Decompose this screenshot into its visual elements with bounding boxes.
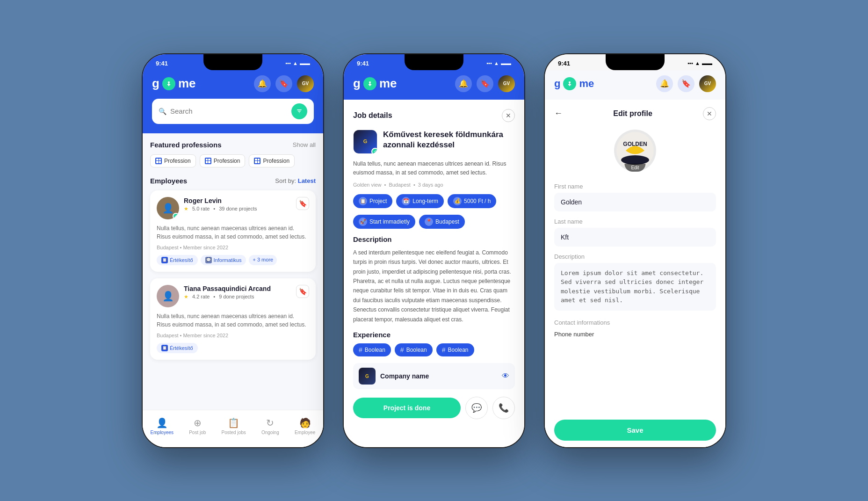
avatar-btn-3[interactable]: GV bbox=[699, 75, 716, 92]
bookmark-btn-2[interactable]: 🔖 bbox=[477, 75, 493, 92]
employee-card-2[interactable]: 👤 Tiana Passaquindici Arcand ★ 4.2 rate … bbox=[150, 278, 316, 360]
phone2-header: g me 🔔 🔖 GV bbox=[344, 71, 524, 100]
logo-icon-2 bbox=[363, 77, 376, 90]
contact-section-title: Contact informations bbox=[554, 319, 716, 326]
profession-chip-2[interactable]: Profession bbox=[200, 154, 246, 167]
svg-rect-3 bbox=[297, 109, 302, 110]
save-button[interactable]: Save bbox=[554, 420, 716, 441]
job-tag-label-project: Project bbox=[369, 198, 387, 204]
modal-sheet: Job details ✕ G ✓ Kőművest keresek földm… bbox=[344, 100, 524, 447]
emp-bookmark-2[interactable]: 🔖 bbox=[296, 285, 309, 298]
logo-2: g me bbox=[353, 76, 397, 91]
experience-heading: Experience bbox=[353, 331, 515, 339]
svg-rect-5 bbox=[299, 112, 300, 113]
job-tag-icon-start: 🚀 bbox=[359, 218, 367, 226]
last-name-input[interactable] bbox=[554, 228, 716, 247]
filter-btn-1[interactable] bbox=[291, 103, 307, 119]
phone-btn[interactable]: 📞 bbox=[492, 397, 515, 419]
search-bar-1: 🔍 bbox=[152, 99, 314, 124]
logo-3: g me bbox=[554, 77, 594, 90]
nav-post-job[interactable]: ⊕ Post job bbox=[189, 417, 206, 435]
job-tag-icon-longterm: 📅 bbox=[402, 197, 410, 205]
edit-page-title: Edit profile bbox=[613, 109, 652, 118]
exp-tag-2: # Boolean bbox=[395, 343, 433, 356]
employees-sort-row: Employees Sort by: Latest bbox=[150, 177, 316, 185]
save-btn-row: Save bbox=[545, 413, 725, 447]
emp-meta-2: Budapest • Member since 2022 bbox=[157, 333, 309, 338]
nav-ongoing[interactable]: ↻ Ongoing bbox=[261, 417, 279, 435]
company-name-bottom: Company name bbox=[380, 372, 429, 380]
profession-chip-3[interactable]: Profession bbox=[249, 154, 295, 167]
description-textarea[interactable] bbox=[554, 263, 716, 311]
close-edit-btn[interactable]: ✕ bbox=[703, 107, 716, 120]
job-full-desc: A sed interdum pellentesque nec eleifend… bbox=[353, 248, 515, 324]
bottom-nav-1: 👤 Employees ⊕ Post job 📋 Posted jobs ↻ O… bbox=[143, 410, 323, 447]
notification-btn-3[interactable]: 🔔 bbox=[656, 75, 673, 92]
first-name-input[interactable] bbox=[554, 193, 716, 211]
header-icons-2: 🔔 🔖 GV bbox=[455, 75, 515, 92]
nav-post-job-label: Post job bbox=[189, 430, 206, 435]
search-input-1[interactable] bbox=[170, 107, 288, 115]
profile-pic-container[interactable]: GOLDEN Edit bbox=[614, 130, 656, 172]
eye-icon[interactable]: 👁 bbox=[502, 372, 509, 380]
avatar-btn-1[interactable]: GV bbox=[297, 75, 314, 92]
nav-posted-jobs-icon: 📋 bbox=[228, 417, 239, 428]
logo-icon-3 bbox=[563, 77, 576, 90]
emp-tag-2-0[interactable]: 📋 Értékesítő bbox=[157, 343, 198, 353]
done-button[interactable]: Project is done bbox=[353, 398, 461, 418]
job-meta-row: Golden view • Budapest • 3 days ago bbox=[353, 182, 515, 188]
job-start-label: Start immadietly bbox=[369, 218, 410, 225]
emp-bookmark-1[interactable]: 🔖 bbox=[296, 197, 309, 210]
nav-posted-jobs[interactable]: 📋 Posted jobs bbox=[222, 417, 246, 435]
modal-title: Job details bbox=[353, 111, 392, 120]
notification-btn-1[interactable]: 🔔 bbox=[254, 75, 271, 92]
job-tag-start: 🚀 Start immadietly bbox=[353, 215, 415, 229]
back-btn[interactable]: ← bbox=[554, 109, 563, 118]
status-time-2: 9:41 bbox=[357, 60, 369, 67]
status-time-1: 9:41 bbox=[156, 60, 168, 67]
profession-chips: Profession Profession Profession bbox=[150, 154, 316, 167]
emp-tag-more-1[interactable]: + 3 more bbox=[249, 255, 277, 265]
sort-value[interactable]: Latest bbox=[298, 177, 316, 184]
hash-icon-1: # bbox=[359, 346, 362, 354]
job-tag-location: 📍 Budapest bbox=[419, 215, 465, 229]
header-icons-3: 🔔 🔖 GV bbox=[656, 75, 716, 92]
emp-desc-2: Nulla tellus, nunc aenean maecenas ultri… bbox=[157, 312, 309, 329]
status-time-3: 9:41 bbox=[558, 60, 570, 67]
nav-employees-label: Employees bbox=[151, 430, 174, 435]
job-location-tags: 🚀 Start immadietly 📍 Budapest bbox=[353, 215, 515, 229]
edit-profile-body: ← Edit profile ✕ GOLDEN Edit bbox=[545, 100, 725, 447]
job-tag-icon-location: 📍 bbox=[425, 218, 433, 226]
emp-rate-1: 5.0 rate bbox=[192, 206, 210, 211]
notch-2 bbox=[405, 54, 463, 70]
job-title: Kőművest keresek földmunkára azonnali ke… bbox=[383, 130, 515, 150]
message-btn[interactable]: 💬 bbox=[465, 397, 488, 419]
emp-avatar-badge-1: ✓ bbox=[173, 213, 179, 219]
phone2-topbar: g me 🔔 🔖 GV bbox=[353, 75, 515, 92]
tag-icon-1-0: 📋 bbox=[161, 257, 168, 263]
nav-employee[interactable]: 🧑 Employee bbox=[295, 417, 315, 435]
nav-employee-label: Employee bbox=[295, 430, 315, 435]
emp-name-1: Roger Levin bbox=[184, 197, 291, 204]
notification-btn-2[interactable]: 🔔 bbox=[455, 75, 472, 92]
description-heading: Description bbox=[353, 235, 515, 243]
show-all-btn[interactable]: Show all bbox=[293, 141, 316, 148]
nav-ongoing-label: Ongoing bbox=[261, 430, 279, 435]
job-short-desc: Nulla tellus, nunc aenean maecenas ultri… bbox=[353, 160, 515, 177]
svg-rect-4 bbox=[298, 111, 301, 112]
company-logo: G ✓ bbox=[353, 130, 377, 154]
emp-tag-1-0[interactable]: 📋 Értékesítő bbox=[157, 255, 198, 265]
bookmark-btn-1[interactable]: 🔖 bbox=[275, 75, 292, 92]
nav-employees[interactable]: 👤 Employees bbox=[151, 417, 174, 435]
header-icons-1: 🔔 🔖 GV bbox=[254, 75, 314, 92]
svg-point-15 bbox=[633, 147, 637, 152]
experience-tags: # Boolean # Boolean # Boolean bbox=[353, 343, 515, 356]
emp-avatar-1: 👤 ✓ bbox=[157, 197, 179, 219]
close-modal-btn[interactable]: ✕ bbox=[502, 109, 515, 122]
employee-card-1[interactable]: 👤 ✓ Roger Levin ★ 5.0 rate • 39 done pro… bbox=[150, 190, 316, 272]
avatar-btn-2[interactable]: GV bbox=[498, 75, 515, 92]
tag-icon-1-1: 💬 bbox=[205, 257, 212, 263]
bookmark-btn-3[interactable]: 🔖 bbox=[678, 75, 694, 92]
emp-tag-1-1[interactable]: 💬 Informatikus bbox=[201, 255, 246, 265]
profession-chip-1[interactable]: Profession bbox=[150, 154, 196, 167]
